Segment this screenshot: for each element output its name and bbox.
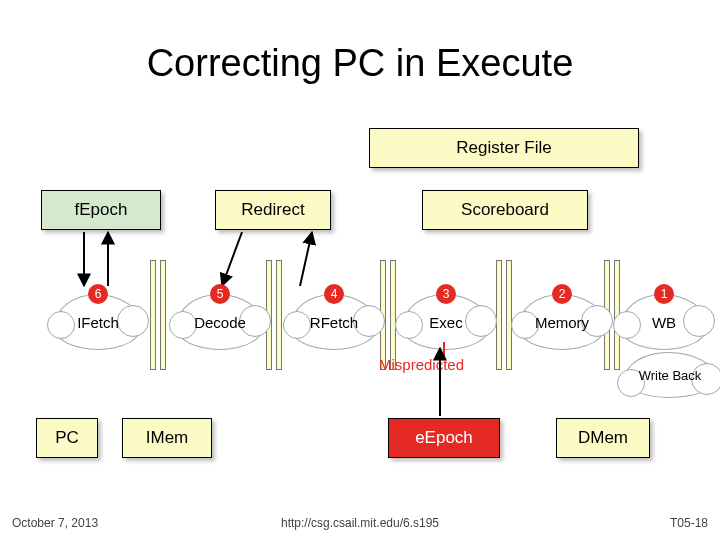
stage-number: 1	[654, 284, 674, 304]
stage-exec: 3 Exec	[400, 284, 492, 350]
page-title: Correcting PC in Execute	[0, 42, 720, 85]
footer-slide: T05-18	[670, 516, 708, 530]
fifo-bar	[496, 260, 502, 370]
dmem-box: DMem	[556, 418, 650, 458]
fifo-bar	[506, 260, 512, 370]
fifo-bar	[390, 260, 396, 370]
stage-label: WB	[652, 314, 676, 331]
stage-number: 2	[552, 284, 572, 304]
register-file-box: Register File	[369, 128, 639, 168]
writeback-cloud: Write Back	[622, 352, 718, 398]
stage-number: 3	[436, 284, 456, 304]
stage-label: Exec	[429, 314, 462, 331]
stage-memory: 2 Memory	[516, 284, 608, 350]
fifo-bar	[276, 260, 282, 370]
stage-label: IFetch	[77, 314, 119, 331]
redirect-box: Redirect	[215, 190, 331, 230]
stage-decode: 5 Decode	[174, 284, 266, 350]
pc-box: PC	[36, 418, 98, 458]
writeback-label: Write Back	[639, 368, 702, 383]
e-epoch-box: eEpoch	[388, 418, 500, 458]
stage-ifetch: 6 IFetch	[52, 284, 144, 350]
svg-line-3	[300, 232, 312, 286]
fifo-bar	[160, 260, 166, 370]
stage-number: 4	[324, 284, 344, 304]
fifo-bar	[150, 260, 156, 370]
stage-label: Memory	[535, 314, 589, 331]
mispredicted-label: Mispredicted	[379, 356, 464, 373]
stage-number: 6	[88, 284, 108, 304]
scoreboard-box: Scoreboard	[422, 190, 588, 230]
svg-line-2	[222, 232, 242, 286]
stage-label: Decode	[194, 314, 246, 331]
stage-wb: 1 WB	[618, 284, 710, 350]
stage-rfetch: 4 RFetch	[288, 284, 380, 350]
stage-label: RFetch	[310, 314, 358, 331]
stage-number: 5	[210, 284, 230, 304]
footer-url: http://csg.csail.mit.edu/6.s195	[0, 516, 720, 530]
imem-box: IMem	[122, 418, 212, 458]
f-epoch-box: fEpoch	[41, 190, 161, 230]
